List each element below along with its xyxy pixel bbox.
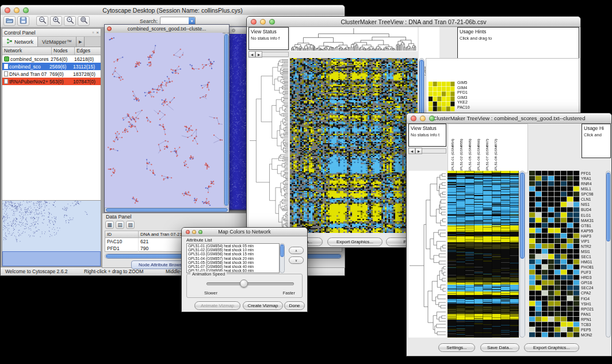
gene-label[interactable]: PEP5 [581, 327, 605, 332]
settings-button[interactable]: Settings... [438, 343, 475, 352]
list-item[interactable]: GPL51-02 (GSM855) heat shock 10 min [188, 248, 279, 252]
scrollbar-thumb[interactable] [224, 34, 228, 206]
gene-label[interactable]: PHO81 [581, 265, 605, 270]
detail-heatmap-canvas[interactable] [529, 171, 580, 338]
nav-prev-icon[interactable]: ◀ [408, 148, 415, 154]
gene-label[interactable]: HMG1 [581, 259, 605, 265]
gene-label[interactable]: BUD4 [581, 207, 605, 212]
nav-next-icon[interactable]: ▶ [255, 51, 262, 58]
gene-label[interactable]: RNR4 [581, 181, 605, 186]
list-item[interactable]: GPL51-04 (GSM857) heat shock 20 min [188, 256, 279, 260]
gene-label[interactable]: RPN1 [581, 317, 605, 322]
minimize-button[interactable] [192, 230, 196, 234]
save-session-button[interactable] [17, 16, 29, 26]
column-header-edges[interactable]: Edges [75, 47, 101, 55]
treeview-dna-titlebar[interactable]: ClusterMaker TreeView : DNA and Tran 07-… [247, 17, 580, 27]
zoom-button[interactable] [269, 19, 275, 25]
gene-label[interactable]: GPI16 [581, 280, 605, 285]
gene-label[interactable]: HRD3 [581, 275, 605, 280]
nav-prev-icon[interactable]: ◀ [248, 51, 255, 58]
heatmap-vertical-scrollbar[interactable] [519, 171, 525, 338]
tab-overflow-icon[interactable]: ▶ [76, 37, 85, 47]
create-attribute-icon[interactable]: ▤ [116, 221, 124, 229]
column-header-network[interactable]: Network [2, 47, 52, 55]
list-item[interactable]: GPL51-07 (GSM860) heat shock 40 min [188, 265, 279, 269]
gene-label[interactable]: CPA2 [581, 290, 605, 296]
gene-label[interactable]: NTR2 [581, 244, 605, 249]
gene-label[interactable]: PFD1 [457, 90, 470, 95]
nav-next-icon[interactable]: ▶ [415, 148, 422, 154]
column-dendrogram-canvas[interactable] [290, 27, 418, 51]
open-session-button[interactable] [3, 16, 16, 26]
gene-label[interactable]: PAC10 [457, 105, 470, 110]
gene-label[interactable]: MAK31 [581, 218, 605, 223]
birdseye-viewport-rect[interactable] [2, 251, 101, 266]
network-horizontal-scrollbar[interactable] [105, 208, 229, 212]
gene-label[interactable]: SPC98 [581, 191, 605, 197]
main-window-titlebar[interactable]: Cytoscape Desktop (Session Name: collins… [1, 5, 345, 16]
gene-label[interactable]: GIM3 [457, 95, 470, 101]
list-item[interactable]: GPL51-01 (GSM854) heat shock 05 min [188, 244, 279, 248]
list-item[interactable]: GPL51-05 (GSM858) heat shock 30 min [188, 260, 279, 265]
column-label[interactable]: GPL51-02 (GSM855) [459, 124, 463, 173]
scrollbar-thumb[interactable] [606, 173, 610, 242]
close-button[interactable] [186, 230, 190, 234]
gene-label[interactable]: PAN1 [581, 312, 605, 317]
speed-slider-track[interactable] [206, 282, 294, 285]
zoom-fit-button[interactable] [78, 16, 90, 26]
heatmap-canvas[interactable] [290, 58, 418, 233]
gene-label[interactable]: GIM4 [457, 86, 470, 91]
heatmap-canvas[interactable] [447, 171, 519, 338]
float-panel-icon[interactable]: ▫ [92, 30, 94, 35]
export-graphics-button[interactable]: Export Graphics... [524, 343, 579, 352]
column-label[interactable]: GPL51-05 (GSM865) [468, 124, 472, 173]
zoom-button[interactable] [429, 116, 435, 121]
close-panel-icon[interactable]: × [96, 30, 99, 35]
export-graphics-button[interactable]: Export Graphics... [327, 237, 382, 246]
minimize-button[interactable] [14, 7, 20, 13]
zoom-out-button[interactable] [36, 16, 48, 26]
move-down-button[interactable]: ∨ [289, 256, 304, 264]
gene-label[interactable]: YRA1 [581, 176, 605, 181]
attribute-list-scrollbar[interactable] [280, 243, 285, 273]
speed-slider-thumb[interactable] [240, 279, 248, 288]
column-label[interactable]: GPL51-08 (GSM872) [494, 124, 498, 173]
dialog-titlebar[interactable]: Map Colors to Network [182, 228, 307, 236]
zoom-in-button[interactable] [50, 16, 62, 26]
column-header-nodes[interactable]: Nodes [52, 47, 75, 55]
frame-close-icon[interactable] [107, 26, 112, 31]
gene-label[interactable]: MON2 [581, 332, 605, 338]
move-up-button[interactable]: ∧ [289, 247, 304, 254]
network-row[interactable]: combined_scores2764(0)16218(0) [2, 55, 101, 63]
save-data-button[interactable]: Save Data... [480, 343, 519, 352]
gene-label[interactable]: MSL1 [581, 186, 605, 191]
close-button[interactable] [5, 7, 10, 13]
gene-label[interactable]: PFD1 [581, 171, 605, 176]
gene-label[interactable]: NIS1 [581, 202, 605, 207]
nav-track[interactable] [262, 52, 289, 57]
nav-track[interactable] [422, 148, 446, 154]
column-label[interactable]: GPL51-01 (GSM854) [450, 124, 454, 173]
gene-label[interactable]: KAP95 [581, 228, 605, 233]
treeview-combined-titlebar[interactable]: ClusterMaker TreeView : combined_scores_… [407, 113, 611, 124]
gene-label[interactable]: YSH1 [581, 301, 605, 306]
scrollbar-thumb[interactable] [280, 244, 284, 257]
gene-label[interactable]: SEC24 [581, 285, 605, 290]
tab-vizmapper[interactable]: VizMapper™ [38, 37, 76, 47]
minimize-button[interactable] [420, 116, 426, 121]
list-item[interactable]: GPL51-03 (GSM856) heat shock 15 min [188, 252, 279, 256]
gene-label[interactable]: HAP3 [581, 233, 605, 239]
gene-label[interactable]: TCB3 [581, 322, 605, 327]
select-attributes-icon[interactable]: ▦ [105, 221, 114, 229]
correlation-matrix-canvas[interactable] [429, 82, 455, 112]
column-header-id[interactable]: ID [105, 231, 139, 238]
network-frame-titlebar[interactable]: combined_scores_good.txt--cluste... [105, 25, 229, 33]
birdseye-view[interactable] [2, 201, 101, 266]
attribute-list[interactable]: GPL51-01 (GSM854) heat shock 05 minGPL51… [186, 243, 280, 273]
gene-list-scrollbar[interactable] [606, 171, 611, 338]
zoom-actual-button[interactable] [64, 16, 76, 26]
column-label[interactable]: GPL51-06 (GSM866) [476, 124, 480, 173]
tab-network[interactable]: Network [2, 37, 38, 47]
row-dendrogram-canvas[interactable] [248, 58, 289, 233]
column-label[interactable]: GPL51-07 (GSM867) [485, 124, 489, 173]
